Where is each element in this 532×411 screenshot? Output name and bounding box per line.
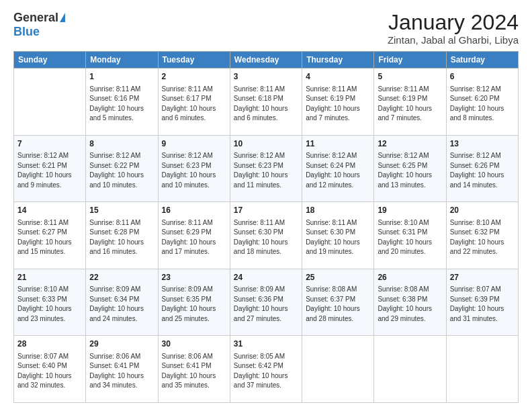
day-number: 5: [378, 71, 442, 83]
header: General Blue January 2024 Zintan, Jabal …: [13, 11, 519, 46]
day-info-line: Sunrise: 8:11 AM: [162, 85, 226, 95]
day-info-line: and 11 minutes.: [234, 181, 298, 191]
day-info-line: Sunrise: 8:10 AM: [450, 218, 515, 228]
day-info-line: and 7 minutes.: [378, 113, 442, 124]
day-info-line: Daylight: 10 hours: [234, 238, 298, 248]
calendar-cell: 3Sunrise: 8:11 AMSunset: 6:18 PMDaylight…: [230, 68, 302, 136]
day-number: 4: [306, 71, 370, 83]
col-sunday: Sunday: [14, 52, 86, 68]
day-info-line: Daylight: 10 hours: [306, 104, 370, 114]
day-info-line: Sunset: 6:41 PM: [89, 361, 154, 371]
day-info-line: Sunrise: 8:10 AM: [17, 285, 82, 295]
day-info-line: Daylight: 10 hours: [306, 304, 370, 314]
day-info-line: Sunset: 6:26 PM: [450, 161, 515, 171]
calendar-cell: 8Sunrise: 8:12 AMSunset: 6:22 PMDaylight…: [86, 135, 158, 202]
calendar-cell: 20Sunrise: 8:10 AMSunset: 6:32 PMDayligh…: [446, 202, 518, 269]
day-info-line: Daylight: 10 hours: [234, 371, 298, 381]
day-info-line: Sunrise: 8:11 AM: [234, 85, 298, 95]
calendar-cell: 30Sunrise: 8:06 AMSunset: 6:41 PMDayligh…: [158, 336, 230, 403]
calendar-header-row: Sunday Monday Tuesday Wednesday Thursday…: [14, 52, 519, 68]
day-number: 7: [17, 138, 82, 150]
calendar-cell: 16Sunrise: 8:11 AMSunset: 6:29 PMDayligh…: [158, 202, 230, 269]
calendar-cell: [14, 68, 86, 136]
month-title: January 2024: [388, 11, 519, 34]
col-monday: Monday: [86, 52, 158, 68]
day-number: 17: [234, 205, 298, 216]
day-info-line: Sunset: 6:40 PM: [17, 361, 82, 371]
calendar-cell: 4Sunrise: 8:11 AMSunset: 6:19 PMDaylight…: [302, 68, 374, 136]
col-thursday: Thursday: [302, 52, 374, 68]
day-info-line: Daylight: 10 hours: [450, 238, 515, 248]
day-info-line: Daylight: 10 hours: [378, 238, 442, 248]
day-info-line: and 34 minutes.: [89, 381, 154, 391]
calendar-cell: 5Sunrise: 8:11 AMSunset: 6:19 PMDaylight…: [374, 68, 446, 136]
calendar-cell: 31Sunrise: 8:05 AMSunset: 6:42 PMDayligh…: [230, 336, 302, 403]
day-number: 25: [306, 272, 370, 283]
day-info-line: Sunrise: 8:11 AM: [378, 85, 442, 95]
day-number: 8: [89, 138, 154, 150]
day-info-line: and 29 minutes.: [378, 314, 442, 324]
day-info-line: Sunset: 6:20 PM: [450, 94, 515, 104]
day-info-line: and 22 minutes.: [450, 247, 515, 257]
day-info-line: Daylight: 10 hours: [89, 104, 154, 114]
calendar-cell: 21Sunrise: 8:10 AMSunset: 6:33 PMDayligh…: [14, 269, 86, 336]
calendar-cell: 12Sunrise: 8:12 AMSunset: 6:25 PMDayligh…: [374, 135, 446, 202]
title-area: January 2024 Zintan, Jabal al Gharbi, Li…: [388, 11, 519, 46]
day-info-line: and 18 minutes.: [234, 247, 298, 257]
col-tuesday: Tuesday: [158, 52, 230, 68]
day-info-line: Sunrise: 8:07 AM: [17, 352, 82, 362]
day-number: 27: [450, 272, 515, 283]
day-info-line: Daylight: 10 hours: [450, 171, 515, 181]
calendar-table: Sunday Monday Tuesday Wednesday Thursday…: [13, 51, 519, 403]
day-number: 30: [162, 338, 226, 350]
day-info-line: Daylight: 10 hours: [378, 171, 442, 181]
day-info-line: and 19 minutes.: [306, 247, 370, 257]
day-info-line: Sunset: 6:37 PM: [306, 295, 370, 305]
calendar-week-row-4: 28Sunrise: 8:07 AMSunset: 6:40 PMDayligh…: [14, 336, 519, 403]
day-info-line: Daylight: 10 hours: [234, 104, 298, 114]
calendar-cell: 27Sunrise: 8:07 AMSunset: 6:39 PMDayligh…: [446, 269, 518, 336]
day-number: 22: [89, 272, 154, 283]
day-number: 6: [450, 71, 515, 83]
day-info-line: Sunrise: 8:11 AM: [89, 218, 154, 228]
day-info-line: and 27 minutes.: [234, 314, 298, 324]
day-number: 9: [162, 138, 226, 150]
day-info-line: and 15 minutes.: [17, 247, 82, 257]
logo-triangle-icon: [60, 13, 65, 22]
calendar-cell: [446, 336, 518, 403]
day-info-line: Sunset: 6:16 PM: [89, 94, 154, 104]
day-info-line: Daylight: 10 hours: [162, 238, 226, 248]
day-info-line: Sunset: 6:23 PM: [234, 161, 298, 171]
day-info-line: Sunset: 6:17 PM: [162, 94, 226, 104]
calendar-cell: 14Sunrise: 8:11 AMSunset: 6:27 PMDayligh…: [14, 202, 86, 269]
day-info-line: Daylight: 10 hours: [450, 304, 515, 314]
day-info-line: Daylight: 10 hours: [89, 371, 154, 381]
day-number: 13: [450, 138, 515, 150]
calendar-cell: 25Sunrise: 8:08 AMSunset: 6:37 PMDayligh…: [302, 269, 374, 336]
day-info-line: Sunset: 6:22 PM: [89, 161, 154, 171]
day-info-line: Daylight: 10 hours: [162, 371, 226, 381]
day-number: 28: [17, 338, 82, 350]
day-info-line: Sunset: 6:42 PM: [234, 361, 298, 371]
col-wednesday: Wednesday: [230, 52, 302, 68]
day-info-line: Daylight: 10 hours: [17, 371, 82, 381]
day-info-line: Sunrise: 8:11 AM: [306, 85, 370, 95]
calendar-cell: 13Sunrise: 8:12 AMSunset: 6:26 PMDayligh…: [446, 135, 518, 202]
day-info-line: Sunset: 6:28 PM: [89, 228, 154, 238]
day-info-line: Sunset: 6:19 PM: [378, 94, 442, 104]
day-info-line: Sunrise: 8:11 AM: [162, 218, 226, 228]
day-number: 15: [89, 205, 154, 216]
day-info-line: Daylight: 10 hours: [89, 304, 154, 314]
logo-general: General: [13, 11, 65, 25]
day-info-line: and 10 minutes.: [162, 181, 226, 191]
day-info-line: Sunrise: 8:12 AM: [17, 151, 82, 161]
calendar-cell: 26Sunrise: 8:08 AMSunset: 6:38 PMDayligh…: [374, 269, 446, 336]
day-info-line: and 12 minutes.: [306, 181, 370, 191]
page: General Blue January 2024 Zintan, Jabal …: [0, 0, 532, 411]
day-info-line: and 23 minutes.: [17, 314, 82, 324]
day-info-line: Daylight: 10 hours: [162, 304, 226, 314]
day-info-line: Sunrise: 8:11 AM: [306, 218, 370, 228]
day-info-line: Daylight: 10 hours: [306, 171, 370, 181]
day-info-line: and 17 minutes.: [162, 247, 226, 257]
day-info-line: Daylight: 10 hours: [162, 171, 226, 181]
